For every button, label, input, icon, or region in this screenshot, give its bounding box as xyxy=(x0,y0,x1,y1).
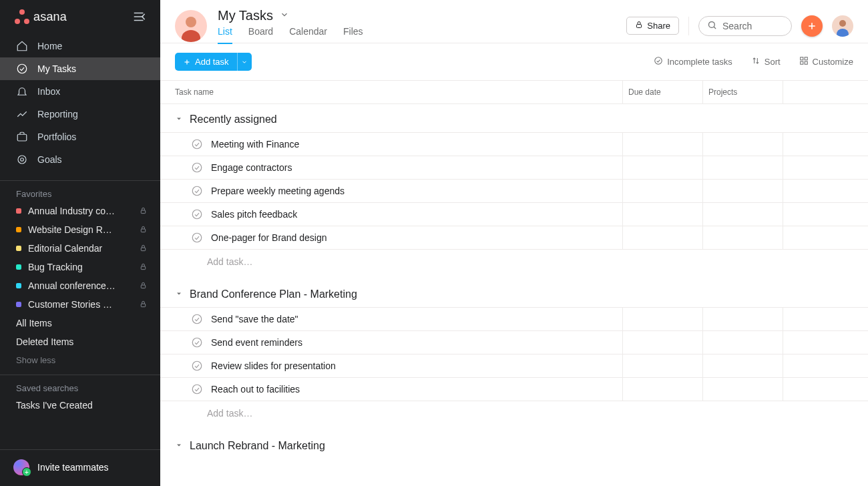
filter-incomplete-button[interactable]: Incomplete tasks xyxy=(654,56,732,67)
complete-task-button[interactable] xyxy=(191,208,203,220)
task-projects-cell[interactable] xyxy=(702,354,783,377)
tab-board[interactable]: Board xyxy=(248,26,273,43)
nav-inbox[interactable]: Inbox xyxy=(0,80,160,103)
section-header[interactable]: Recently assigned xyxy=(160,104,868,132)
tab-files[interactable]: Files xyxy=(343,26,363,43)
deleted-items-link[interactable]: Deleted Items xyxy=(0,332,160,351)
project-color-icon xyxy=(16,227,21,232)
favorite-item[interactable]: Website Design R… xyxy=(0,220,160,239)
task-row[interactable]: Reach out to facilities xyxy=(160,378,868,401)
nav-my-tasks[interactable]: My Tasks xyxy=(0,57,160,80)
complete-task-button[interactable] xyxy=(191,383,203,395)
task-projects-cell[interactable] xyxy=(702,203,783,226)
task-projects-cell[interactable] xyxy=(702,331,783,354)
collapse-section-icon[interactable] xyxy=(175,113,183,126)
favorite-item[interactable]: Customer Stories … xyxy=(0,295,160,314)
tab-list[interactable]: List xyxy=(218,26,232,43)
complete-task-button[interactable] xyxy=(191,162,203,174)
svg-point-34 xyxy=(192,361,202,371)
collapse-section-icon[interactable] xyxy=(175,440,183,452)
sort-button[interactable]: Sort xyxy=(751,56,781,67)
task-due-cell[interactable] xyxy=(622,308,702,330)
nav-goals[interactable]: Goals xyxy=(0,148,160,171)
task-projects-cell[interactable] xyxy=(702,156,783,179)
column-task-name[interactable]: Task name xyxy=(160,81,622,103)
task-due-cell[interactable] xyxy=(622,180,702,202)
complete-task-button[interactable] xyxy=(191,232,203,244)
task-due-cell[interactable] xyxy=(622,354,702,377)
complete-task-button[interactable] xyxy=(191,336,203,348)
task-projects-cell[interactable] xyxy=(702,133,783,156)
add-task-inline[interactable]: Add task… xyxy=(160,250,868,279)
add-task-inline[interactable]: Add task… xyxy=(160,401,868,431)
task-projects-cell[interactable] xyxy=(702,308,783,330)
favorite-item[interactable]: Annual Industry co… xyxy=(0,202,160,220)
all-items-link[interactable]: All Items xyxy=(0,314,160,332)
title-dropdown-button[interactable] xyxy=(280,10,289,22)
section-header[interactable]: Brand Conference Plan - Marketing xyxy=(160,279,868,307)
favorite-item[interactable]: Editorial Calendar xyxy=(0,239,160,258)
customize-button[interactable]: Customize xyxy=(799,56,853,67)
column-due-date[interactable]: Due date xyxy=(622,81,702,103)
task-due-cell[interactable] xyxy=(622,331,702,354)
section-header[interactable]: Launch Rebrand - Marketing xyxy=(160,431,868,459)
lock-icon xyxy=(140,262,147,272)
complete-task-button[interactable] xyxy=(191,313,203,325)
task-due-cell[interactable] xyxy=(622,226,702,249)
task-extra-cell[interactable] xyxy=(783,226,868,249)
task-extra-cell[interactable] xyxy=(783,331,868,354)
user-menu-avatar[interactable] xyxy=(832,15,853,37)
show-less-link[interactable]: Show less xyxy=(0,351,160,369)
svg-point-31 xyxy=(192,233,202,242)
global-add-button[interactable] xyxy=(801,15,823,37)
svg-rect-8 xyxy=(141,229,145,232)
brand-logo[interactable]: asana xyxy=(15,9,67,24)
task-row[interactable]: Prepare weekly meeting agends xyxy=(160,180,868,203)
collapse-section-icon[interactable] xyxy=(175,288,183,300)
invite-teammates-button[interactable]: Invite teammates xyxy=(0,449,160,486)
task-extra-cell[interactable] xyxy=(783,203,868,226)
task-row[interactable]: Send event reminders xyxy=(160,331,868,354)
task-projects-cell[interactable] xyxy=(702,180,783,202)
task-row[interactable]: Review slides for presentation xyxy=(160,354,868,378)
tab-calendar[interactable]: Calendar xyxy=(289,26,327,43)
task-extra-cell[interactable] xyxy=(783,180,868,202)
task-extra-cell[interactable] xyxy=(783,354,868,377)
project-color-icon xyxy=(16,264,21,270)
profile-avatar[interactable] xyxy=(175,10,207,42)
task-due-cell[interactable] xyxy=(622,203,702,226)
complete-task-button[interactable] xyxy=(191,138,203,150)
tasks-ive-created-link[interactable]: Tasks I've Created xyxy=(0,396,160,415)
project-color-icon xyxy=(16,246,21,251)
nav-reporting[interactable]: Reporting xyxy=(0,103,160,126)
sidebar-collapse-button[interactable] xyxy=(132,9,147,24)
task-extra-cell[interactable] xyxy=(783,308,868,330)
add-task-button[interactable]: Add task xyxy=(175,53,237,71)
nav-portfolios[interactable]: Portfolios xyxy=(0,126,160,148)
task-row[interactable]: Sales pitch feedback xyxy=(160,203,868,226)
task-projects-cell[interactable] xyxy=(702,378,783,401)
complete-task-button[interactable] xyxy=(191,185,203,197)
svg-point-5 xyxy=(18,156,26,164)
complete-task-button[interactable] xyxy=(191,360,203,372)
task-due-cell[interactable] xyxy=(622,133,702,156)
table-header: Task name Due date Projects xyxy=(160,80,868,104)
nav-home[interactable]: Home xyxy=(0,35,160,57)
share-button[interactable]: Share xyxy=(626,17,679,35)
task-extra-cell[interactable] xyxy=(783,156,868,179)
task-extra-cell[interactable] xyxy=(783,133,868,156)
task-due-cell[interactable] xyxy=(622,378,702,401)
favorite-item[interactable]: Bug Tracking xyxy=(0,258,160,276)
task-row[interactable]: Meeting with Finance xyxy=(160,132,868,156)
add-task-dropdown-button[interactable] xyxy=(237,53,252,71)
task-projects-cell[interactable] xyxy=(702,226,783,249)
task-row[interactable]: Send "save the date" xyxy=(160,307,868,331)
task-row[interactable]: One-pager for Brand design xyxy=(160,226,868,250)
task-due-cell[interactable] xyxy=(622,156,702,179)
column-projects[interactable]: Projects xyxy=(702,81,783,103)
search-input[interactable]: Search xyxy=(698,16,792,36)
favorite-item[interactable]: Annual conference… xyxy=(0,276,160,295)
task-extra-cell[interactable] xyxy=(783,378,868,401)
column-extra[interactable] xyxy=(783,81,868,103)
task-row[interactable]: Engage contractors xyxy=(160,156,868,180)
